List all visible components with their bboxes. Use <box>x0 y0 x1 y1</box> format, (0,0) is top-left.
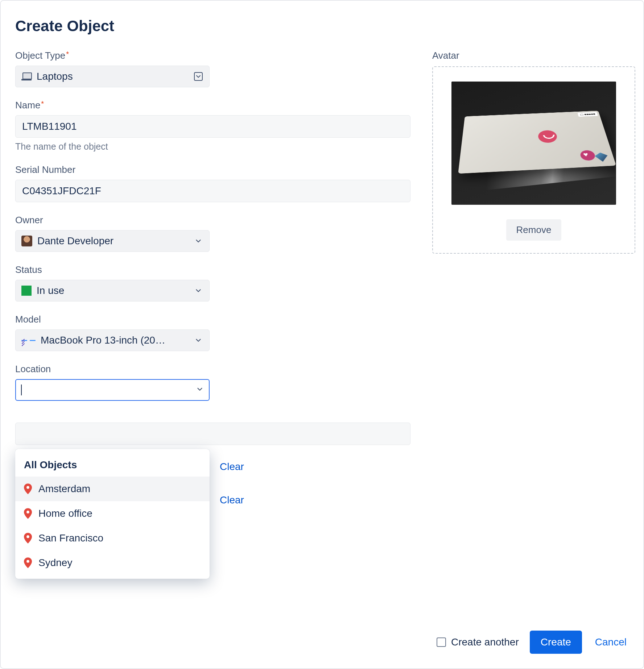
diamond-sticker-icon <box>594 152 610 162</box>
chevron-down-icon <box>196 385 204 396</box>
location-option[interactable]: Amsterdam <box>15 477 210 501</box>
chevron-down-icon <box>193 237 203 245</box>
location-pin-icon <box>24 533 32 544</box>
location-option-label: Sydney <box>38 557 72 569</box>
avatar-dropzone[interactable]: ▢ ■■■■■ Remove <box>432 66 635 254</box>
location-option[interactable]: San Francisco <box>15 526 210 550</box>
cancel-button[interactable]: Cancel <box>593 636 629 648</box>
required-star: * <box>41 100 44 108</box>
field-object-type: Object Type* Laptops <box>15 50 410 87</box>
remove-avatar-button[interactable]: Remove <box>506 219 562 241</box>
owner-value: Dante Developer <box>37 235 188 247</box>
serial-input[interactable]: C04351JFDC21F <box>15 180 410 202</box>
clear-button[interactable]: Clear <box>211 455 253 478</box>
model-value: MacBook Pro 13-inch (20… <box>41 334 188 346</box>
clear-button[interactable]: Clear <box>211 489 253 512</box>
sticker-tag: ▢ ■■■■■ <box>577 112 598 117</box>
status-label: Status <box>15 264 410 275</box>
location-label: Location <box>15 363 410 375</box>
status-select[interactable]: In use <box>15 280 210 302</box>
location-option-label: Home office <box>38 508 92 519</box>
text-cursor <box>21 385 22 395</box>
round-sticker-icon <box>537 130 558 143</box>
status-value: In use <box>37 285 188 296</box>
field-serial: Serial Number C04351JFDC21F <box>15 164 410 202</box>
chevron-down-icon <box>193 287 203 295</box>
name-input[interactable]: LTMB11901 <box>15 115 410 138</box>
hidden-input-behind-dropdown[interactable] <box>15 423 410 445</box>
location-option-label: Amsterdam <box>38 483 90 495</box>
dialog-title: Create Object <box>15 17 629 35</box>
avatar-label: Avatar <box>432 50 635 61</box>
model-select[interactable]: MacBook Pro 13-inch (20… <box>15 329 210 351</box>
avatar-image: ▢ ■■■■■ <box>451 82 616 205</box>
location-select[interactable] <box>15 379 210 401</box>
name-help-text: The name of the object <box>15 141 410 152</box>
object-type-label: Object Type* <box>15 50 410 61</box>
serial-label: Serial Number <box>15 164 410 175</box>
create-object-dialog: Create Object Object Type* Laptops <box>0 0 644 669</box>
create-another-label: Create another <box>451 636 519 648</box>
location-pin-icon <box>24 508 32 519</box>
name-label: Name* <box>15 100 410 111</box>
model-label: Model <box>15 314 410 325</box>
location-dropdown: All Objects AmsterdamHome officeSan Fran… <box>15 449 210 579</box>
create-button[interactable]: Create <box>530 631 582 654</box>
chevron-down-icon <box>193 72 203 81</box>
status-color-chip <box>21 286 32 296</box>
avatar-column: Avatar ▢ ■■■■■ Remove <box>432 50 635 522</box>
svg-point-3 <box>26 560 29 563</box>
chevron-down-icon <box>193 336 203 344</box>
object-type-value: Laptops <box>37 71 188 82</box>
checklist-icon <box>21 340 36 341</box>
location-option[interactable]: Home office <box>15 501 210 526</box>
location-pin-icon <box>24 483 32 494</box>
field-model: Model MacBook Pro 13-inch (20… <box>15 314 410 351</box>
field-owner: Owner Dante Developer <box>15 215 410 252</box>
object-type-select[interactable]: Laptops <box>15 66 210 87</box>
location-pin-icon <box>24 557 32 568</box>
owner-select[interactable]: Dante Developer <box>15 230 210 252</box>
create-another-checkbox[interactable]: Create another <box>437 636 519 648</box>
svg-point-0 <box>26 486 29 489</box>
location-option-label: San Francisco <box>38 532 103 544</box>
svg-point-1 <box>26 511 29 514</box>
laptop-icon <box>21 72 32 80</box>
field-location: Location <box>15 363 410 401</box>
checkbox-icon <box>437 637 446 647</box>
required-star: * <box>66 50 69 58</box>
svg-point-2 <box>26 535 29 538</box>
heart-sticker-icon <box>579 150 596 161</box>
dropdown-header: All Objects <box>15 456 210 477</box>
owner-label: Owner <box>15 215 410 226</box>
location-option[interactable]: Sydney <box>15 550 210 575</box>
user-avatar-icon <box>21 236 32 246</box>
field-status: Status In use <box>15 264 410 302</box>
dialog-footer: Create another Create Cancel <box>437 631 629 654</box>
field-name: Name* LTMB11901 The name of the object <box>15 100 410 152</box>
